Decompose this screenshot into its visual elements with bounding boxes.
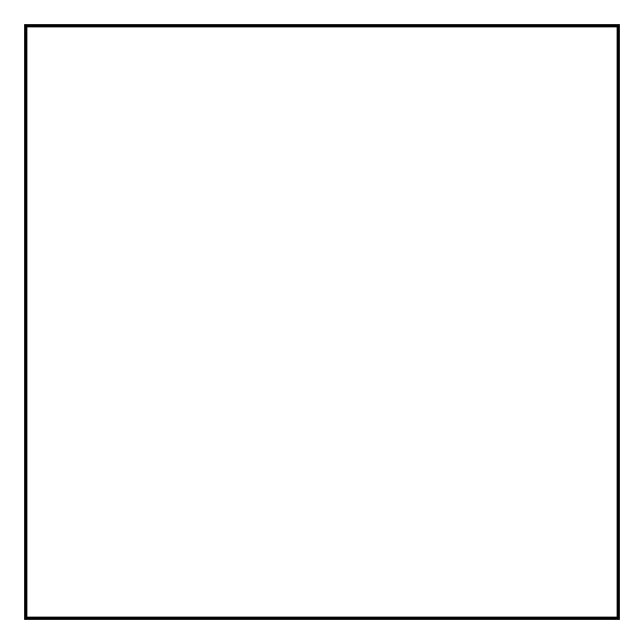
chart-container	[0, 0, 644, 644]
chart-curve	[24, 24, 620, 620]
